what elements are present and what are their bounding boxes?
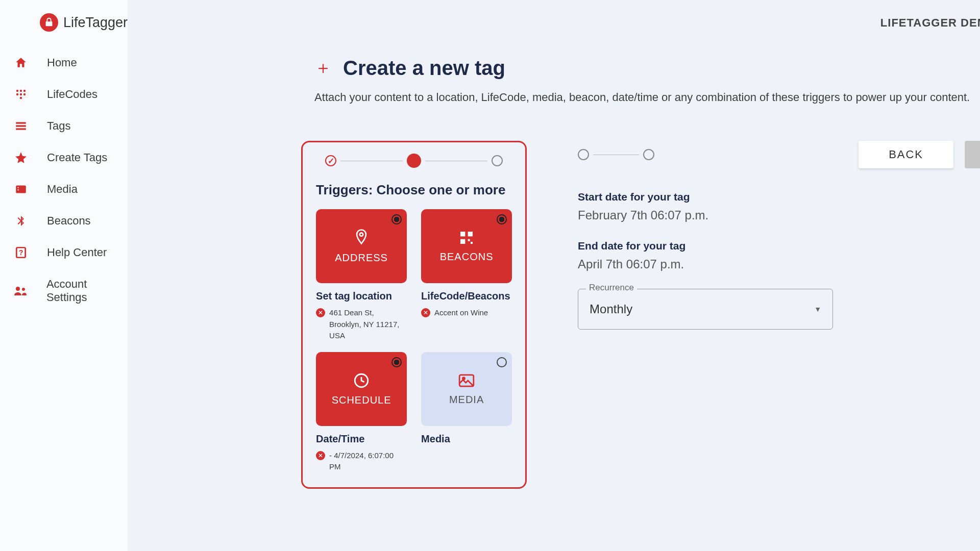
trigger-label: MEDIA [449,394,484,406]
sidebar-item-create-tags[interactable]: Create Tags [0,142,128,173]
sidebar-item-account[interactable]: Account Settings [0,268,128,313]
svg-point-3 [16,93,18,95]
sidebar-item-label: Home [47,56,77,69]
sidebar-item-help[interactable]: ? Help Center [0,237,128,268]
back-button[interactable]: BACK [859,141,953,168]
home-icon [13,56,29,69]
svg-text:?: ? [19,248,23,257]
svg-point-6 [20,97,22,99]
svg-rect-7 [16,122,26,123]
recurrence-select[interactable]: Monthly ▼ [578,289,833,330]
recurrence-label: Recurrence [586,283,637,293]
svg-point-5 [23,93,26,95]
brand-logo-icon [40,13,58,32]
end-date-label: End date for your tag [578,240,980,252]
brand-logo[interactable]: LifeTagger [0,6,128,47]
topbar: LIFETAGGER DEMO [880,0,980,46]
sidebar-item-label: Help Center [47,246,107,259]
svg-point-23 [462,377,464,379]
svg-rect-8 [16,125,26,127]
trigger-tile-media[interactable]: MEDIA [421,352,512,426]
radio-selected-icon [391,214,402,224]
svg-point-1 [20,90,22,92]
trigger-subtitle: Media [421,433,512,445]
sidebar-item-media[interactable]: Media [0,173,128,205]
next-button[interactable]: NEXT [965,141,980,168]
recurrence-value: Monthly [590,302,632,316]
sidebar-item-home[interactable]: Home [0,47,128,79]
address-chip: ✕ 461 Dean St, Brooklyn, NY 11217, USA [316,307,407,342]
remove-chip-icon[interactable]: ✕ [316,308,325,317]
sidebar-item-label: Create Tags [47,151,107,164]
svg-rect-17 [468,232,473,236]
beacon-chip: ✕ Accent on Wine [421,307,512,319]
triggers-title: Triggers: Choose one or more [316,182,512,198]
step-2[interactable] [407,154,421,168]
radio-unselected-icon [497,357,507,367]
sidebar-item-label: Media [47,183,78,196]
page-header: ＋ Create a new tag Attach your content t… [128,0,980,104]
list-icon [13,119,29,133]
step-1[interactable] [325,155,336,166]
svg-rect-10 [16,185,26,193]
radio-selected-icon [497,214,507,224]
chip-text: Accent on Wine [434,307,488,319]
stepper-left [316,154,512,168]
step-5[interactable] [643,149,654,160]
svg-point-14 [22,288,25,291]
start-date-label: Start date for your tag [578,191,980,203]
trigger-tile-beacons[interactable]: BEACONS [421,209,512,283]
help-icon: ? [13,246,29,259]
sidebar-item-lifecodes[interactable]: LifeCodes [0,79,128,110]
trigger-label: BEACONS [440,251,494,263]
pin-icon [353,229,370,247]
start-date-value[interactable]: February 7th 06:07 p.m. [578,208,980,222]
sidebar-item-label: LifeCodes [47,88,97,101]
sidebar-item-tags[interactable]: Tags [0,110,128,142]
clock-icon [353,372,370,389]
end-date-value[interactable]: April 7th 06:07 p.m. [578,257,980,271]
trigger-tile-schedule[interactable]: SCHEDULE [316,352,407,426]
sidebar-item-beacons[interactable]: Beacons [0,205,128,237]
step-4[interactable] [578,149,589,160]
chevron-down-icon: ▼ [814,305,821,313]
sidebar-item-label: Account Settings [46,278,128,304]
step-3[interactable] [492,155,503,166]
trigger-subtitle: Set tag location [316,290,407,302]
media-icon [13,183,29,196]
bluetooth-icon [13,215,29,227]
svg-point-4 [20,93,22,95]
trigger-label: SCHEDULE [332,394,391,406]
chip-text: 461 Dean St, Brooklyn, NY 11217, USA [329,307,407,342]
people-icon [13,285,28,296]
triggers-card: Triggers: Choose one or more ADDRESS Set… [301,141,527,489]
star-icon [13,151,29,164]
sidebar-item-label: Tags [47,119,70,133]
remove-chip-icon[interactable]: ✕ [421,308,430,317]
svg-rect-18 [460,239,465,244]
trigger-subtitle: Date/Time [316,433,407,445]
dialpad-icon [13,88,29,101]
svg-rect-16 [460,232,465,236]
svg-point-13 [16,287,20,291]
chip-text: - 4/7/2024, 6:07:00 PM [329,450,407,473]
svg-point-0 [16,90,18,92]
main: LIFETAGGER DEMO ＋ Create a new tag Attac… [128,0,980,551]
svg-point-2 [23,90,26,92]
account-name: LIFETAGGER DEMO [880,16,980,30]
trigger-label: ADDRESS [335,252,388,264]
svg-rect-19 [468,239,470,241]
image-icon [457,372,476,389]
sidebar-item-label: Beacons [47,214,91,228]
stepper-right [578,149,654,160]
remove-chip-icon[interactable]: ✕ [316,451,325,460]
page-title: Create a new tag [343,57,505,80]
trigger-tile-address[interactable]: ADDRESS [316,209,407,283]
radio-selected-icon [391,357,402,367]
plus-icon: ＋ [314,56,332,80]
svg-rect-20 [471,242,473,244]
svg-rect-9 [16,128,26,130]
page-subtitle: Attach your content to a location, LifeC… [314,91,980,104]
qr-icon [458,230,475,246]
trigger-subtitle: LifeCode/Beacons [421,290,512,302]
